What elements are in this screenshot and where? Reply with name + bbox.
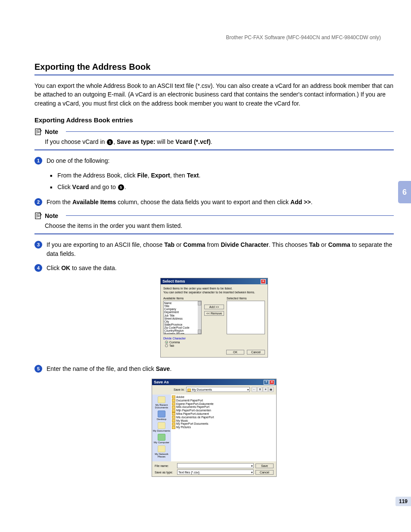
- step-text: From the Available Items column, choose …: [47, 198, 312, 207]
- file-name-label: File name:: [155, 464, 175, 467]
- folder-icon: [158, 396, 165, 403]
- dialog-title: Select Items: [162, 279, 185, 283]
- step-2: 2 From the Available Items column, choos…: [34, 198, 394, 207]
- list-item[interactable]: My Pictures: [172, 426, 275, 429]
- svg-rect-1: [35, 213, 40, 219]
- list-item[interactable]: State/Province: [164, 323, 201, 326]
- dialog-titlebar: Select Items ×: [161, 278, 268, 284]
- list-item[interactable]: Mis documentos de PaperPort: [172, 416, 275, 419]
- list-item[interactable]: Title: [164, 305, 201, 308]
- folder-icon: [172, 423, 175, 426]
- radio-tab[interactable]: Tab: [165, 344, 265, 347]
- list-item[interactable]: Documenti PaperPort: [172, 399, 275, 402]
- divider: [34, 233, 394, 234]
- folder-icon: [172, 412, 175, 415]
- sidebar-item[interactable]: My Documents: [153, 422, 170, 432]
- selected-items-label: Selected Items: [227, 297, 265, 300]
- step-number-icon: 2: [34, 198, 42, 206]
- available-items-label: Available Items: [163, 297, 202, 300]
- list-item[interactable]: Zip Code/Post Code: [164, 326, 201, 329]
- step-text: If you are exporting to an ASCII file, c…: [47, 240, 394, 258]
- note-body: Choose the items in the order you want t…: [45, 221, 394, 230]
- page-number: 119: [395, 497, 411, 506]
- save-as-type-dropdown[interactable]: Text files {*.csv}: [177, 470, 254, 475]
- available-items-list[interactable]: NameTitleCompanyDepartmentJob TitleStree…: [163, 301, 202, 334]
- ok-button[interactable]: OK: [226, 350, 244, 355]
- step-5: 5 Enter the name of the file, and then c…: [34, 364, 394, 373]
- views-icon[interactable]: ▦: [268, 387, 274, 392]
- list-item[interactable]: Job Title: [164, 314, 201, 317]
- list-item[interactable]: My Music: [172, 419, 275, 423]
- folder-icon: [172, 395, 175, 398]
- folder-icon: [172, 402, 175, 405]
- intro-paragraph: You can export the whole Address Book to…: [34, 81, 394, 108]
- list-item[interactable]: Adobe: [172, 395, 275, 399]
- step-number-icon: 5: [34, 365, 42, 373]
- page-header: Brother PC-FAX Software (MFC-9440CN and …: [34, 34, 394, 40]
- step-number-icon: 3: [34, 241, 42, 249]
- note-title: Note: [45, 128, 58, 135]
- divide-character-title: Divide Character: [163, 337, 265, 340]
- remove-button[interactable]: << Remove: [204, 311, 224, 316]
- dialog-instruction: Select items in the order you want them …: [163, 287, 265, 294]
- folder-icon: [172, 409, 175, 412]
- note-block: Note Choose the items in the order you w…: [34, 212, 394, 230]
- folder-icon: [158, 422, 165, 429]
- list-item[interactable]: City: [164, 320, 201, 323]
- back-icon[interactable]: ←: [252, 387, 257, 392]
- save-button[interactable]: Save: [255, 464, 274, 468]
- svg-rect-0: [35, 129, 40, 135]
- list-item[interactable]: Eigene PaperPort-Dokumente: [172, 402, 275, 406]
- list-item[interactable]: Country/Region: [164, 329, 201, 332]
- divide-character-group: Divide Character Comma Tab: [163, 337, 265, 347]
- cancel-button[interactable]: Cancel: [255, 470, 274, 475]
- sidebar-item[interactable]: My Network Places: [153, 445, 170, 458]
- sidebar-item[interactable]: Desktop: [153, 411, 170, 420]
- cancel-button[interactable]: Cancel: [247, 350, 265, 355]
- select-items-dialog: Select Items × Select items in the order…: [160, 278, 268, 358]
- folder-icon: [172, 419, 175, 422]
- close-icon[interactable]: ×: [261, 279, 266, 284]
- folder-icon: [172, 406, 175, 409]
- step-text: Enter the name of the file, and then cli…: [47, 364, 171, 373]
- file-name-input[interactable]: [177, 463, 254, 468]
- list-item[interactable]: Business Phone: [164, 332, 201, 334]
- close-icon[interactable]: ×: [269, 380, 274, 385]
- up-icon[interactable]: ⬆: [257, 387, 262, 392]
- save-sidebar: My Recent DocumentsDesktopMy DocumentsMy…: [152, 395, 171, 461]
- list-item[interactable]: Street Address: [164, 317, 201, 320]
- selected-items-list[interactable]: [227, 301, 265, 334]
- file-list-area[interactable]: AdobeDocumenti PaperPortEigene PaperPort…: [171, 395, 276, 461]
- divider: [34, 149, 394, 150]
- inline-step-ref-icon: 5: [118, 184, 124, 190]
- folder-icon: [158, 411, 165, 417]
- radio-icon: [165, 344, 168, 347]
- new-folder-icon[interactable]: ✳: [263, 387, 268, 392]
- list-item[interactable]: Mijn PaperPort-documenten: [172, 409, 275, 412]
- list-item[interactable]: Name: [164, 302, 201, 305]
- list-item[interactable]: Mes documents PaperPort: [172, 405, 275, 409]
- save-in-label: Save in:: [174, 388, 184, 391]
- list-item[interactable]: My PaperPort Documents: [172, 422, 275, 426]
- note-body: If you choose vCard in 1, Save as type: …: [45, 137, 394, 146]
- inline-step-ref-icon: 1: [107, 139, 113, 145]
- sidebar-item[interactable]: My Recent Documents: [153, 396, 170, 409]
- help-icon[interactable]: ?: [264, 380, 269, 385]
- radio-comma[interactable]: Comma: [165, 341, 265, 344]
- scrollbar[interactable]: [198, 301, 201, 334]
- list-item[interactable]: Department: [164, 311, 201, 314]
- step-1-bullet-2: Click Vcard and go to 5.: [50, 182, 394, 192]
- folder-icon: [158, 445, 165, 452]
- add-button[interactable]: Add >>: [204, 305, 224, 309]
- dialog-titlebar: Save As ? ×: [152, 379, 276, 385]
- note-rule: [66, 215, 394, 216]
- sidebar-item[interactable]: My Computer: [153, 434, 170, 444]
- save-as-type-label: Save as type:: [155, 471, 175, 474]
- note-icon: [34, 212, 42, 220]
- note-title: Note: [45, 212, 58, 219]
- save-in-dropdown[interactable]: My Documents: [186, 387, 250, 392]
- dialog-title: Save As: [154, 380, 169, 384]
- list-item[interactable]: Company: [164, 308, 201, 311]
- list-item[interactable]: Mina PaperPort-dokument: [172, 412, 275, 416]
- folder-icon: [158, 434, 165, 441]
